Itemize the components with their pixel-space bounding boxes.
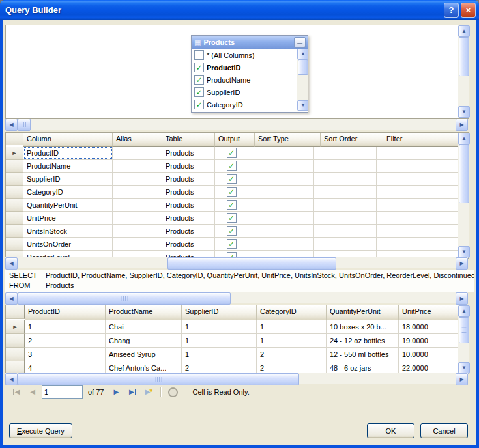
cell-output[interactable]: ✓ xyxy=(215,212,248,225)
cell[interactable]: 24 - 12 oz bottles xyxy=(327,334,399,348)
scroll-right-button[interactable]: ▶ xyxy=(456,119,468,131)
cell[interactable]: 1 xyxy=(182,320,257,334)
cell-table[interactable]: Products xyxy=(162,225,215,238)
scroll-up-button[interactable]: ▲ xyxy=(458,305,470,317)
cell-alias[interactable] xyxy=(113,225,162,238)
list-item[interactable]: ✓ SupplierID xyxy=(192,86,298,98)
cell-alias[interactable] xyxy=(113,238,162,251)
cell[interactable]: 1 xyxy=(257,334,327,348)
column-header[interactable]: Filter xyxy=(383,133,458,147)
table-minimize-button[interactable]: — xyxy=(294,37,306,48)
products-table-titlebar[interactable]: ▦ Products — xyxy=(192,36,308,49)
column-header[interactable]: UnitPrice xyxy=(399,305,458,320)
scroll-track[interactable] xyxy=(458,317,469,362)
cell[interactable]: Aniseed Syrup xyxy=(106,348,182,361)
cell-filter[interactable] xyxy=(377,199,457,212)
cell-table[interactable]: Products xyxy=(162,238,215,251)
move-previous-button[interactable]: ◀ xyxy=(25,385,40,399)
cell[interactable]: 1 xyxy=(257,320,327,334)
cell-output[interactable]: ✓ xyxy=(215,186,248,199)
move-last-button[interactable]: ▶ xyxy=(125,385,139,399)
cell[interactable]: 48 - 6 oz jars xyxy=(327,361,399,374)
scroll-up-button[interactable]: ▲ xyxy=(458,25,470,37)
cell-filter[interactable] xyxy=(377,238,457,251)
row-selector[interactable] xyxy=(6,238,23,251)
cell-sort-order[interactable] xyxy=(314,186,377,199)
cell[interactable]: Chang xyxy=(106,334,182,348)
cell-filter[interactable] xyxy=(377,173,457,186)
column-checkbox[interactable]: ✓ xyxy=(194,75,204,85)
cell-sort-order[interactable] xyxy=(314,147,377,160)
cell-column[interactable]: ProductID xyxy=(23,147,113,160)
column-header[interactable]: Table xyxy=(162,133,215,147)
cancel-button[interactable]: Cancel xyxy=(420,423,468,438)
scroll-track[interactable] xyxy=(18,257,456,268)
row-selector[interactable] xyxy=(6,225,23,238)
row-selector[interactable] xyxy=(6,173,23,186)
cell-table[interactable]: Products xyxy=(162,199,215,212)
cell[interactable]: 2 xyxy=(182,361,257,374)
cell[interactable]: 1 xyxy=(25,320,106,334)
output-checkbox[interactable]: ✓ xyxy=(227,174,237,184)
scroll-down-button[interactable]: ▼ xyxy=(458,106,470,118)
cell-table[interactable]: Products xyxy=(162,160,215,173)
table-list-scrollbar[interactable]: ▲ ▼ xyxy=(297,49,308,111)
cancel-query-button[interactable] xyxy=(166,385,180,399)
scroll-track[interactable] xyxy=(458,37,469,106)
list-item[interactable]: * (All Columns) xyxy=(192,49,298,61)
column-header[interactable]: Column xyxy=(23,133,113,147)
column-header[interactable]: Output xyxy=(215,133,255,147)
scroll-thumb[interactable] xyxy=(18,292,231,305)
products-table-window[interactable]: ▦ Products — * (All Columns) ✓ ProductID… xyxy=(191,35,308,113)
cell-sort-order[interactable] xyxy=(314,212,377,225)
cell-sort-type[interactable] xyxy=(248,147,314,160)
column-checkbox[interactable]: ✓ xyxy=(194,100,204,109)
cell-column[interactable]: UnitsInStock xyxy=(23,225,113,238)
output-checkbox[interactable]: ✓ xyxy=(227,213,237,223)
cell[interactable]: 2 xyxy=(25,334,106,348)
cell-output[interactable]: ✓ xyxy=(215,173,248,186)
cell-table[interactable]: Products xyxy=(162,212,215,225)
cell[interactable]: 3 xyxy=(25,348,106,361)
scroll-track[interactable] xyxy=(18,373,456,384)
cell-alias[interactable] xyxy=(113,199,162,212)
row-selector[interactable] xyxy=(6,199,23,212)
cell-output[interactable]: ✓ xyxy=(215,199,248,212)
scroll-left-button[interactable]: ◀ xyxy=(5,119,18,131)
scroll-right-button[interactable]: ▶ xyxy=(456,257,468,270)
cell-sort-order[interactable] xyxy=(314,173,377,186)
output-checkbox[interactable]: ✓ xyxy=(227,200,237,210)
execute-query-button[interactable]: Execute Query xyxy=(9,423,72,438)
column-header[interactable]: Sort Type xyxy=(255,133,321,147)
cell-sort-type[interactable] xyxy=(248,173,314,186)
move-first-button[interactable]: ◀ xyxy=(9,385,23,399)
output-checkbox[interactable]: ✓ xyxy=(227,226,237,236)
scroll-thumb[interactable] xyxy=(298,59,308,75)
cell-alias[interactable] xyxy=(113,173,162,186)
cell-filter[interactable] xyxy=(377,160,457,173)
column-header[interactable]: SupplierID xyxy=(182,305,257,320)
move-next-button[interactable]: ▶ xyxy=(109,385,123,399)
cell-sort-type[interactable] xyxy=(248,238,314,251)
list-item[interactable]: ✓ ProductName xyxy=(192,74,298,86)
cell[interactable]: 12 - 550 ml bottles xyxy=(327,348,399,361)
cell[interactable]: 4 xyxy=(25,361,106,374)
column-header[interactable]: Sort Order xyxy=(321,133,383,147)
cell-output[interactable]: ✓ xyxy=(215,238,248,251)
cell-output[interactable]: ✓ xyxy=(215,160,248,173)
column-checkbox[interactable]: ✓ xyxy=(194,63,204,72)
cell-filter[interactable] xyxy=(377,147,457,160)
cell[interactable]: 1 xyxy=(182,348,257,361)
scroll-track[interactable] xyxy=(297,59,308,100)
results-vscrollbar[interactable]: ▲ ▼ xyxy=(458,305,469,374)
corner-header-cell[interactable] xyxy=(6,305,25,319)
row-selector[interactable] xyxy=(6,212,23,225)
criteria-hscrollbar[interactable]: ◀ ▶ xyxy=(5,257,468,268)
column-checkbox[interactable] xyxy=(194,50,204,60)
cell-alias[interactable] xyxy=(113,186,162,199)
scroll-up-button[interactable]: ▲ xyxy=(297,49,308,59)
diagram-hscrollbar[interactable]: ◀ ▶ xyxy=(5,119,468,130)
diagram-vscrollbar[interactable]: ▲ ▼ xyxy=(458,25,469,118)
cell-filter[interactable] xyxy=(377,212,457,225)
cell-filter[interactable] xyxy=(377,225,457,238)
